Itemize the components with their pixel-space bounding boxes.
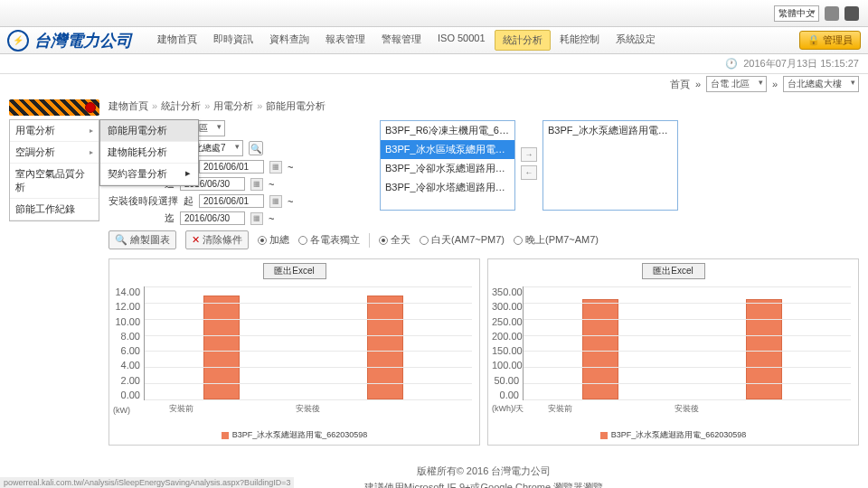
nav-item[interactable]: 建物首頁: [150, 30, 204, 51]
list-item[interactable]: B3PF_R6冷凍主機用電_662030597: [381, 121, 514, 140]
settings-icon[interactable]: [844, 6, 859, 21]
sidebar-item[interactable]: 室內空氣品質分析: [10, 164, 99, 199]
calendar-icon[interactable]: ▦: [269, 195, 282, 208]
chart-panel: 匯出Excel14.0012.0010.008.006.004.002.000.…: [108, 258, 480, 446]
list-item[interactable]: B3PF_冰水區域泵總用電_662030599: [381, 140, 514, 159]
home-icon[interactable]: [825, 6, 839, 21]
submenu-item[interactable]: 節能用電分析: [100, 120, 198, 142]
export-excel-button[interactable]: 匯出Excel: [642, 263, 705, 279]
post-to-date[interactable]: 2016/06/30: [180, 211, 245, 225]
calendar-icon[interactable]: ▦: [269, 161, 282, 174]
sidebar-header: [9, 99, 99, 116]
radio-night[interactable]: 晚上(PM7~AM7): [514, 233, 599, 247]
admin-button[interactable]: 🔒 管理員: [799, 31, 861, 50]
post-from-date[interactable]: 2016/06/01: [199, 194, 264, 208]
status-url: powerreal.kali.com.tw/Analysis/iSleepEne…: [0, 477, 294, 488]
language-select[interactable]: 繁體中文: [774, 5, 819, 22]
list-item[interactable]: B3PF_冷卻水塔總迴路用電_662030601: [381, 178, 514, 197]
search-icon[interactable]: 🔍: [249, 141, 263, 155]
building-select[interactable]: 台北總處大樓: [783, 76, 859, 92]
selected-meters-list[interactable]: B3PF_冰水泵總迴路用電_662030598: [542, 120, 678, 211]
clock-icon: 🕐: [725, 58, 738, 70]
chart-legend: B3PF_冰水泵總迴路用電_662030598: [113, 429, 476, 441]
radio-sum[interactable]: 加總: [258, 233, 289, 247]
move-right-button[interactable]: →: [521, 147, 537, 162]
sidebar-item[interactable]: 用電分析▸: [10, 120, 99, 142]
nav-item[interactable]: 報表管理: [318, 30, 373, 51]
brand-title: 台灣電力公司: [34, 30, 132, 52]
sidebar-item[interactable]: 節能工作紀錄: [10, 199, 99, 221]
nav-item[interactable]: 系統設定: [609, 30, 663, 51]
pre-from-date[interactable]: 2016/06/01: [199, 160, 264, 174]
chart-bar: [582, 299, 618, 399]
nav-item[interactable]: ISO 50001: [430, 30, 493, 51]
available-meters-list[interactable]: B3PF_R6冷凍主機用電_662030597B3PF_冰水區域泵總用電_662…: [380, 120, 515, 211]
chart-legend: B3PF_冰水泵總迴路用電_662030598: [492, 429, 854, 441]
post-period-label: 安裝後時段選擇: [108, 194, 178, 208]
submenu-item[interactable]: 建物能耗分析: [100, 142, 198, 164]
chart-panel: 匯出Excel350.00300.00250.00200.00150.00100…: [487, 258, 859, 446]
list-item[interactable]: B3PF_冷卻水泵總迴路用電_662030600: [381, 159, 514, 178]
list-item[interactable]: B3PF_冰水泵總迴路用電_662030598: [543, 121, 677, 140]
region-select[interactable]: 台電 北區: [706, 76, 767, 92]
nav-item[interactable]: 警報管理: [374, 30, 429, 51]
logo-icon: ⚡: [7, 30, 29, 52]
calendar-icon[interactable]: ▦: [250, 178, 263, 191]
datetime-text: 2016年07月13日 15:15:27: [743, 57, 859, 70]
export-excel-button[interactable]: 匯出Excel: [263, 263, 326, 279]
nav-item[interactable]: 耗能控制: [552, 30, 607, 51]
chart-bar: [746, 299, 782, 399]
sidebar-item[interactable]: 空調分析▸: [10, 142, 99, 164]
radio-each[interactable]: 各電表獨立: [298, 233, 360, 247]
content-breadcrumb: 建物首頁»統計分析»用電分析»節能用電分析: [108, 99, 859, 113]
radio-allday[interactable]: 全天: [379, 233, 410, 247]
nav-item[interactable]: 統計分析: [495, 30, 551, 51]
calendar-icon[interactable]: ▦: [250, 212, 263, 225]
nav-item[interactable]: 資料查詢: [262, 30, 316, 51]
submenu-item[interactable]: 契約容量分析▸: [100, 164, 198, 185]
draw-chart-button[interactable]: 🔍 繪製圖表: [108, 230, 176, 249]
breadcrumb-home[interactable]: 首頁: [670, 78, 690, 91]
nav-item[interactable]: 即時資訊: [206, 30, 260, 51]
clear-button[interactable]: ✕ 清除條件: [185, 230, 249, 249]
radio-day[interactable]: 白天(AM7~PM7): [420, 233, 505, 247]
move-left-button[interactable]: ←: [521, 165, 537, 180]
